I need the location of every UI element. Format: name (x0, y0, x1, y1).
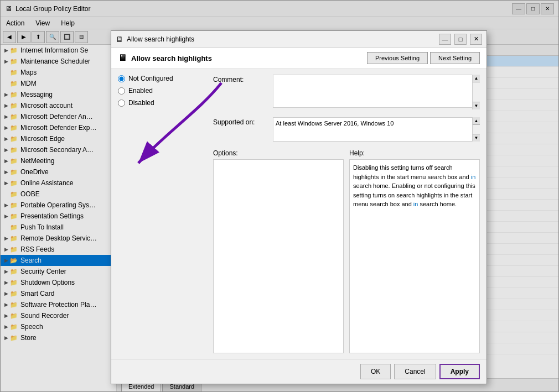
help-text-enabling: Enabling (392, 182, 416, 189)
help-panel: Help: Disabling this setting turns off s… (349, 149, 480, 353)
radio-disabled[interactable]: Disabled (118, 99, 206, 107)
help-text-highlight1: in (471, 174, 476, 180)
help-text-highlight2: in (413, 201, 418, 207)
options-help-section: Options: Help: Disabling this setting tu… (213, 149, 480, 353)
dialog-body: Not Configured Enabled Disabled Com (111, 69, 486, 359)
ok-button[interactable]: OK (360, 364, 391, 379)
next-setting-button[interactable]: Next Setting (430, 52, 480, 64)
radio-disabled-input[interactable] (118, 100, 125, 107)
right-content: Comment: ▲ ▼ Supported on: At least (213, 75, 480, 353)
dialog-title-icon: 🖥 (116, 35, 123, 44)
dialog-footer: OK Cancel Apply (111, 359, 486, 384)
dialog-title-bar: 🖥 Allow search highlights — □ ✕ (111, 31, 486, 48)
apply-button[interactable]: Apply (439, 364, 480, 379)
options-label: Options: (213, 149, 344, 157)
supported-label: Supported on: (213, 117, 268, 126)
comment-input-area: ▲ ▼ (273, 75, 480, 109)
dialog-title-text: Allow search highlights (127, 35, 436, 43)
dialog-nav-buttons: Previous Setting Next Setting (367, 52, 480, 64)
cancel-button[interactable]: Cancel (394, 364, 436, 379)
help-box: Disabling this setting turns off search … (349, 159, 480, 353)
dialog-minimize-button[interactable]: — (439, 34, 451, 45)
dialog-maximize-button[interactable]: □ (454, 34, 467, 45)
main-content-row: Not Configured Enabled Disabled Com (118, 75, 480, 353)
radio-enabled[interactable]: Enabled (118, 87, 206, 95)
dialog-close-button[interactable]: ✕ (470, 34, 482, 45)
radio-group: Not Configured Enabled Disabled (118, 75, 206, 107)
comment-label: Comment: (213, 75, 268, 83)
supported-input-area: At least Windows Server 2016, Windows 10… (273, 117, 480, 142)
comment-textarea[interactable] (273, 75, 480, 108)
dialog-header-title: Allow search highlights (131, 54, 212, 62)
help-label: Help: (349, 149, 480, 157)
radio-enabled-input[interactable] (118, 87, 125, 95)
supported-row: Supported on: At least Windows Server 20… (213, 117, 480, 142)
supported-text: At least Windows Server 2016, Windows 10 (273, 117, 480, 142)
options-panel: Options: (213, 149, 344, 353)
previous-setting-button[interactable]: Previous Setting (367, 52, 428, 64)
dialog: 🖥 Allow search highlights — □ ✕ 🖥 Allow … (111, 30, 487, 384)
options-box (213, 159, 344, 353)
radio-enabled-label: Enabled (128, 87, 153, 95)
radio-disabled-label: Disabled (128, 99, 154, 107)
dialog-header-icon: 🖥 (118, 53, 127, 63)
radio-not-configured[interactable]: Not Configured (118, 75, 206, 82)
dialog-header-left: 🖥 Allow search highlights (118, 53, 212, 63)
comment-row: Comment: ▲ ▼ (213, 75, 480, 109)
radio-not-configured-label: Not Configured (128, 75, 173, 82)
dialog-header: 🖥 Allow search highlights Previous Setti… (111, 48, 486, 69)
radio-not-configured-input[interactable] (118, 75, 125, 82)
left-settings: Not Configured Enabled Disabled (118, 75, 206, 353)
